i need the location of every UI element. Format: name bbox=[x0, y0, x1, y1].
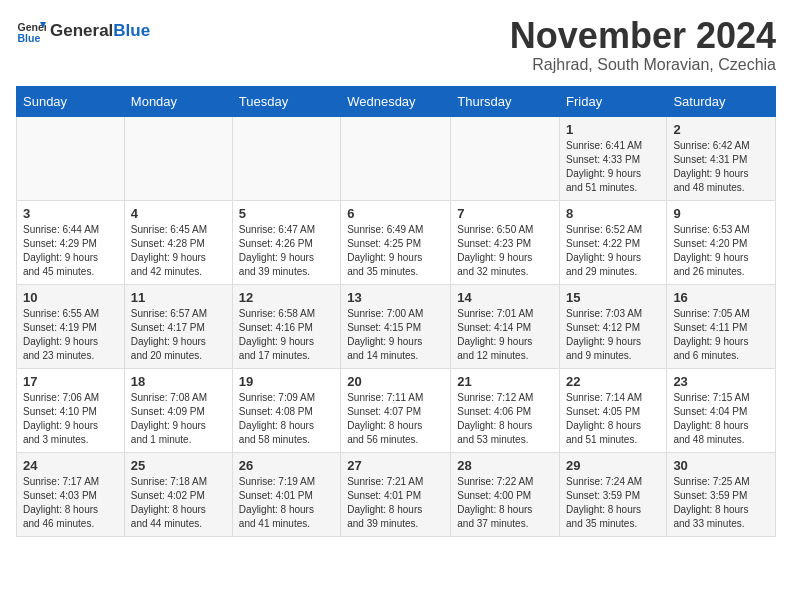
weekday-header-row: SundayMondayTuesdayWednesdayThursdayFrid… bbox=[17, 86, 776, 116]
weekday-header-saturday: Saturday bbox=[667, 86, 776, 116]
calendar-cell: 7Sunrise: 6:50 AM Sunset: 4:23 PM Daylig… bbox=[451, 200, 560, 284]
calendar-cell: 3Sunrise: 6:44 AM Sunset: 4:29 PM Daylig… bbox=[17, 200, 125, 284]
calendar-cell: 21Sunrise: 7:12 AM Sunset: 4:06 PM Dayli… bbox=[451, 368, 560, 452]
calendar-cell: 5Sunrise: 6:47 AM Sunset: 4:26 PM Daylig… bbox=[232, 200, 340, 284]
day-number: 21 bbox=[457, 374, 553, 389]
calendar-week-row: 24Sunrise: 7:17 AM Sunset: 4:03 PM Dayli… bbox=[17, 452, 776, 536]
logo-general: General bbox=[50, 21, 113, 41]
calendar-cell: 10Sunrise: 6:55 AM Sunset: 4:19 PM Dayli… bbox=[17, 284, 125, 368]
location-title: Rajhrad, South Moravian, Czechia bbox=[510, 56, 776, 74]
calendar-cell bbox=[232, 116, 340, 200]
calendar-cell: 30Sunrise: 7:25 AM Sunset: 3:59 PM Dayli… bbox=[667, 452, 776, 536]
calendar-cell: 11Sunrise: 6:57 AM Sunset: 4:17 PM Dayli… bbox=[124, 284, 232, 368]
day-info: Sunrise: 7:17 AM Sunset: 4:03 PM Dayligh… bbox=[23, 475, 118, 531]
weekday-header-tuesday: Tuesday bbox=[232, 86, 340, 116]
day-number: 13 bbox=[347, 290, 444, 305]
calendar-cell: 23Sunrise: 7:15 AM Sunset: 4:04 PM Dayli… bbox=[667, 368, 776, 452]
day-number: 25 bbox=[131, 458, 226, 473]
calendar-table: SundayMondayTuesdayWednesdayThursdayFrid… bbox=[16, 86, 776, 537]
day-info: Sunrise: 7:12 AM Sunset: 4:06 PM Dayligh… bbox=[457, 391, 553, 447]
calendar-cell: 17Sunrise: 7:06 AM Sunset: 4:10 PM Dayli… bbox=[17, 368, 125, 452]
weekday-header-friday: Friday bbox=[560, 86, 667, 116]
day-number: 23 bbox=[673, 374, 769, 389]
calendar-cell: 12Sunrise: 6:58 AM Sunset: 4:16 PM Dayli… bbox=[232, 284, 340, 368]
day-info: Sunrise: 6:49 AM Sunset: 4:25 PM Dayligh… bbox=[347, 223, 444, 279]
day-number: 14 bbox=[457, 290, 553, 305]
weekday-header-wednesday: Wednesday bbox=[341, 86, 451, 116]
logo-icon: General Blue bbox=[16, 16, 46, 46]
calendar-cell: 27Sunrise: 7:21 AM Sunset: 4:01 PM Dayli… bbox=[341, 452, 451, 536]
calendar-cell: 24Sunrise: 7:17 AM Sunset: 4:03 PM Dayli… bbox=[17, 452, 125, 536]
day-number: 3 bbox=[23, 206, 118, 221]
calendar-cell: 9Sunrise: 6:53 AM Sunset: 4:20 PM Daylig… bbox=[667, 200, 776, 284]
calendar-cell: 13Sunrise: 7:00 AM Sunset: 4:15 PM Dayli… bbox=[341, 284, 451, 368]
day-info: Sunrise: 6:47 AM Sunset: 4:26 PM Dayligh… bbox=[239, 223, 334, 279]
month-title: November 2024 bbox=[510, 16, 776, 56]
day-info: Sunrise: 6:41 AM Sunset: 4:33 PM Dayligh… bbox=[566, 139, 660, 195]
day-number: 4 bbox=[131, 206, 226, 221]
day-info: Sunrise: 7:09 AM Sunset: 4:08 PM Dayligh… bbox=[239, 391, 334, 447]
calendar-week-row: 17Sunrise: 7:06 AM Sunset: 4:10 PM Dayli… bbox=[17, 368, 776, 452]
calendar-cell: 2Sunrise: 6:42 AM Sunset: 4:31 PM Daylig… bbox=[667, 116, 776, 200]
day-info: Sunrise: 7:06 AM Sunset: 4:10 PM Dayligh… bbox=[23, 391, 118, 447]
weekday-header-sunday: Sunday bbox=[17, 86, 125, 116]
weekday-header-monday: Monday bbox=[124, 86, 232, 116]
day-number: 18 bbox=[131, 374, 226, 389]
day-info: Sunrise: 7:03 AM Sunset: 4:12 PM Dayligh… bbox=[566, 307, 660, 363]
day-info: Sunrise: 6:52 AM Sunset: 4:22 PM Dayligh… bbox=[566, 223, 660, 279]
day-info: Sunrise: 7:19 AM Sunset: 4:01 PM Dayligh… bbox=[239, 475, 334, 531]
calendar-cell: 26Sunrise: 7:19 AM Sunset: 4:01 PM Dayli… bbox=[232, 452, 340, 536]
day-info: Sunrise: 7:24 AM Sunset: 3:59 PM Dayligh… bbox=[566, 475, 660, 531]
logo: General Blue General Blue bbox=[16, 16, 150, 46]
calendar-cell bbox=[451, 116, 560, 200]
day-info: Sunrise: 7:08 AM Sunset: 4:09 PM Dayligh… bbox=[131, 391, 226, 447]
day-info: Sunrise: 7:00 AM Sunset: 4:15 PM Dayligh… bbox=[347, 307, 444, 363]
day-info: Sunrise: 7:01 AM Sunset: 4:14 PM Dayligh… bbox=[457, 307, 553, 363]
day-number: 11 bbox=[131, 290, 226, 305]
day-number: 7 bbox=[457, 206, 553, 221]
calendar-cell: 6Sunrise: 6:49 AM Sunset: 4:25 PM Daylig… bbox=[341, 200, 451, 284]
calendar-cell bbox=[341, 116, 451, 200]
calendar-cell: 19Sunrise: 7:09 AM Sunset: 4:08 PM Dayli… bbox=[232, 368, 340, 452]
day-number: 16 bbox=[673, 290, 769, 305]
calendar-cell: 28Sunrise: 7:22 AM Sunset: 4:00 PM Dayli… bbox=[451, 452, 560, 536]
day-info: Sunrise: 6:42 AM Sunset: 4:31 PM Dayligh… bbox=[673, 139, 769, 195]
calendar-cell: 8Sunrise: 6:52 AM Sunset: 4:22 PM Daylig… bbox=[560, 200, 667, 284]
weekday-header-thursday: Thursday bbox=[451, 86, 560, 116]
day-info: Sunrise: 6:58 AM Sunset: 4:16 PM Dayligh… bbox=[239, 307, 334, 363]
day-number: 28 bbox=[457, 458, 553, 473]
day-number: 2 bbox=[673, 122, 769, 137]
day-info: Sunrise: 7:05 AM Sunset: 4:11 PM Dayligh… bbox=[673, 307, 769, 363]
calendar-cell: 25Sunrise: 7:18 AM Sunset: 4:02 PM Dayli… bbox=[124, 452, 232, 536]
day-number: 8 bbox=[566, 206, 660, 221]
day-number: 19 bbox=[239, 374, 334, 389]
calendar-cell: 20Sunrise: 7:11 AM Sunset: 4:07 PM Dayli… bbox=[341, 368, 451, 452]
calendar-cell: 18Sunrise: 7:08 AM Sunset: 4:09 PM Dayli… bbox=[124, 368, 232, 452]
calendar-cell: 1Sunrise: 6:41 AM Sunset: 4:33 PM Daylig… bbox=[560, 116, 667, 200]
day-info: Sunrise: 7:14 AM Sunset: 4:05 PM Dayligh… bbox=[566, 391, 660, 447]
calendar-cell bbox=[124, 116, 232, 200]
day-number: 22 bbox=[566, 374, 660, 389]
calendar-cell bbox=[17, 116, 125, 200]
day-number: 10 bbox=[23, 290, 118, 305]
day-info: Sunrise: 7:25 AM Sunset: 3:59 PM Dayligh… bbox=[673, 475, 769, 531]
day-number: 6 bbox=[347, 206, 444, 221]
day-number: 17 bbox=[23, 374, 118, 389]
calendar-cell: 16Sunrise: 7:05 AM Sunset: 4:11 PM Dayli… bbox=[667, 284, 776, 368]
calendar-week-row: 3Sunrise: 6:44 AM Sunset: 4:29 PM Daylig… bbox=[17, 200, 776, 284]
day-number: 26 bbox=[239, 458, 334, 473]
logo-blue: Blue bbox=[113, 21, 150, 41]
day-info: Sunrise: 7:21 AM Sunset: 4:01 PM Dayligh… bbox=[347, 475, 444, 531]
calendar-cell: 15Sunrise: 7:03 AM Sunset: 4:12 PM Dayli… bbox=[560, 284, 667, 368]
calendar-cell: 14Sunrise: 7:01 AM Sunset: 4:14 PM Dayli… bbox=[451, 284, 560, 368]
day-info: Sunrise: 7:22 AM Sunset: 4:00 PM Dayligh… bbox=[457, 475, 553, 531]
calendar-cell: 29Sunrise: 7:24 AM Sunset: 3:59 PM Dayli… bbox=[560, 452, 667, 536]
day-number: 9 bbox=[673, 206, 769, 221]
day-number: 27 bbox=[347, 458, 444, 473]
day-number: 1 bbox=[566, 122, 660, 137]
svg-text:Blue: Blue bbox=[18, 32, 41, 44]
day-number: 12 bbox=[239, 290, 334, 305]
day-number: 30 bbox=[673, 458, 769, 473]
calendar-cell: 22Sunrise: 7:14 AM Sunset: 4:05 PM Dayli… bbox=[560, 368, 667, 452]
day-info: Sunrise: 7:18 AM Sunset: 4:02 PM Dayligh… bbox=[131, 475, 226, 531]
